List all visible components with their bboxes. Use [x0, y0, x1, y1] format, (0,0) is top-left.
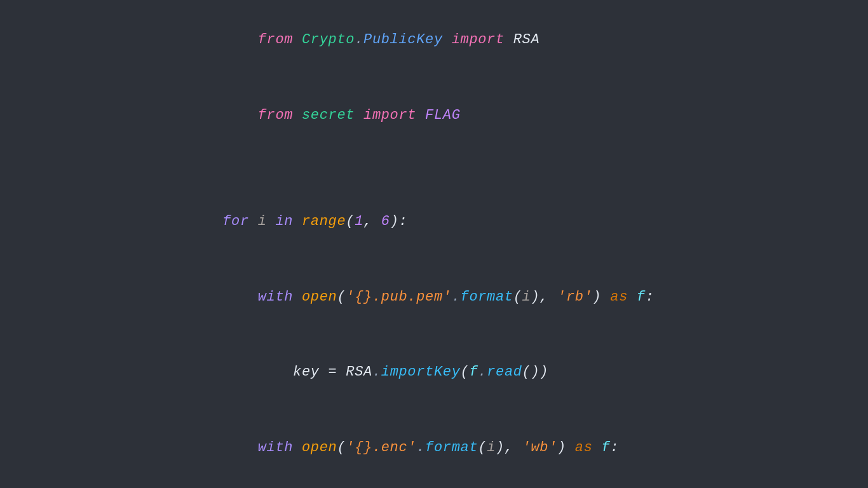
- blank-line-1: [187, 153, 681, 168]
- line-import2: from secret import FLAG: [187, 78, 681, 153]
- line-key-assign: key = RSA.importKey(f.read()): [187, 335, 681, 410]
- line-fwrite: f.write(key.encrypt(FLAG.encode(), None)…: [187, 485, 681, 488]
- line-with2: with open('{}.enc'.format(i), 'wb') as f…: [187, 410, 681, 486]
- code-block: #!/usr/bin/env python3 from Crypto.Publi…: [149, 0, 719, 488]
- line-import1: from Crypto.PublicKey import RSA: [187, 3, 681, 78]
- line-with1: with open('{}.pub.pem'.format(i), 'rb') …: [187, 259, 681, 335]
- blank-line-2: [187, 168, 681, 184]
- line-for: for i in range(1, 6):: [187, 184, 681, 259]
